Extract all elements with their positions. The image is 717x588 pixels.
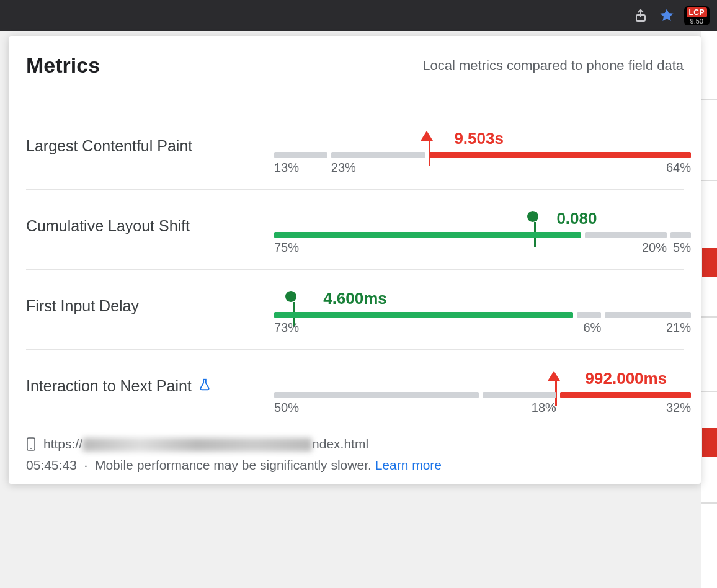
- panel-footer: https://ndex.html 05:45:43 · Mobile perf…: [26, 437, 684, 473]
- footer-note-row: 05:45:43 · Mobile performance may be sig…: [26, 458, 684, 473]
- metric-name: First Input Delay: [26, 286, 274, 315]
- metric-row: Largest Contentful Paint9.503s13%23%64%: [26, 110, 684, 190]
- distribution-bar: [429, 152, 691, 158]
- distribution-bar: [274, 152, 327, 158]
- metric-value: 4.600ms: [323, 289, 387, 308]
- panel-subtitle: Local metrics compared to phone field da…: [422, 58, 684, 74]
- distribution-bar: [585, 232, 667, 238]
- distribution-label: 6%: [577, 321, 602, 335]
- learn-more-link[interactable]: Learn more: [375, 458, 442, 472]
- metrics-panel: Metrics Local metrics compared to phone …: [9, 36, 701, 484]
- footer-time: 05:45:43: [26, 458, 77, 472]
- distribution-bar: [605, 312, 691, 318]
- distribution-label: 50%: [274, 401, 479, 415]
- metric-chart: 9.503s13%23%64%: [274, 126, 684, 176]
- share-icon[interactable]: [632, 7, 649, 24]
- panel-header: Metrics Local metrics compared to phone …: [26, 53, 684, 78]
- distribution-label: 20%: [585, 241, 667, 255]
- distribution-bar: [274, 232, 581, 238]
- panel-title: Metrics: [26, 53, 100, 78]
- distribution-bar: [560, 392, 691, 398]
- distribution-label: 5%: [670, 241, 691, 255]
- metric-value: 992.000ms: [586, 369, 667, 388]
- footer-note: Mobile performance may be significantly …: [95, 458, 372, 472]
- lcp-extension-badge[interactable]: LCP 9.50: [684, 6, 710, 25]
- metric-row: First Input Delay4.600ms73%6%21%: [26, 270, 684, 350]
- background-page-strip: [701, 31, 717, 588]
- footer-url: https://ndex.html: [26, 437, 684, 452]
- metric-chart: 992.000ms50%18%32%: [274, 366, 684, 416]
- url-prefix: https://: [43, 437, 82, 451]
- distribution-label: 18%: [483, 401, 556, 415]
- url-blurred: [82, 438, 312, 452]
- metric-chart: 0.08075%20%5%: [274, 206, 684, 256]
- lcp-badge-label: LCP: [687, 7, 708, 17]
- distribution-bar: [577, 312, 602, 318]
- distribution-bar: [483, 392, 556, 398]
- metric-name: Interaction to Next Paint: [26, 366, 274, 395]
- phone-icon: [26, 437, 36, 452]
- browser-toolbar: LCP 9.50: [0, 0, 717, 31]
- distribution-label: 21%: [605, 321, 691, 335]
- metric-chart: 4.600ms73%6%21%: [274, 286, 684, 336]
- flask-icon: [198, 377, 212, 395]
- distribution-label: 64%: [429, 161, 691, 175]
- metric-name: Cumulative Layout Shift: [26, 206, 274, 235]
- distribution-label: 23%: [331, 161, 425, 175]
- lcp-badge-value: 9.50: [690, 17, 703, 25]
- distribution-label: 32%: [560, 401, 691, 415]
- distribution-label: 13%: [274, 161, 327, 175]
- metric-row: Interaction to Next Paint992.000ms50%18%…: [26, 350, 684, 429]
- distribution-bar: [670, 232, 691, 238]
- metric-row: Cumulative Layout Shift0.08075%20%5%: [26, 190, 684, 270]
- metric-name: Largest Contentful Paint: [26, 126, 274, 155]
- metric-value: 9.503s: [454, 129, 504, 148]
- distribution-bar: [274, 312, 573, 318]
- distribution-label: 73%: [274, 321, 573, 335]
- distribution-bar: [274, 392, 479, 398]
- distribution-bar: [331, 152, 425, 158]
- metric-value: 0.080: [556, 209, 597, 228]
- distribution-label: 75%: [274, 241, 581, 255]
- bookmark-star-icon[interactable]: [658, 7, 675, 24]
- url-suffix: ndex.html: [312, 437, 368, 451]
